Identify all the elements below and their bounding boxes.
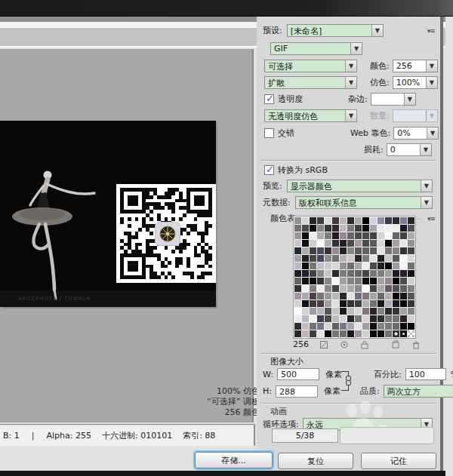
- color-swatch[interactable]: [362, 247, 369, 254]
- color-swatch[interactable]: [332, 263, 339, 269]
- color-swatch[interactable]: [317, 263, 324, 269]
- color-swatch[interactable]: [393, 293, 399, 299]
- color-swatch[interactable]: [340, 232, 347, 239]
- preview-mode-select[interactable]: 显示器颜色 ▼: [287, 180, 433, 192]
- color-swatch[interactable]: [302, 300, 309, 307]
- color-swatch[interactable]: [302, 240, 309, 247]
- color-swatch[interactable]: [325, 217, 331, 224]
- add-color-icon[interactable]: [359, 339, 370, 349]
- color-swatch[interactable]: [408, 263, 414, 269]
- color-swatch[interactable]: [317, 240, 324, 247]
- color-swatch[interactable]: [340, 278, 347, 284]
- save-button[interactable]: 存储...: [195, 452, 273, 468]
- color-swatch[interactable]: [340, 323, 347, 330]
- color-swatch[interactable]: [362, 255, 369, 262]
- color-swatch[interactable]: [347, 217, 354, 224]
- matte-select[interactable]: ▼: [371, 93, 416, 106]
- color-swatch[interactable]: [408, 293, 414, 299]
- color-swatch[interactable]: [340, 240, 347, 247]
- color-swatch[interactable]: [347, 255, 354, 262]
- color-swatch[interactable]: [310, 247, 316, 254]
- color-swatch[interactable]: [378, 285, 384, 292]
- color-swatch[interactable]: [400, 293, 407, 299]
- color-swatch[interactable]: [310, 225, 316, 232]
- color-swatch[interactable]: [355, 255, 362, 262]
- color-swatch[interactable]: [310, 270, 316, 277]
- color-swatch[interactable]: [400, 232, 407, 239]
- color-swatch[interactable]: [332, 330, 339, 337]
- color-swatch[interactable]: [393, 323, 399, 330]
- color-swatch[interactable]: [294, 308, 301, 315]
- color-swatch[interactable]: [347, 300, 354, 307]
- color-swatch[interactable]: [340, 225, 347, 232]
- color-swatch[interactable]: [393, 240, 399, 247]
- color-swatch[interactable]: [393, 330, 399, 337]
- color-swatch[interactable]: [302, 225, 309, 232]
- color-swatch[interactable]: [355, 300, 362, 307]
- color-swatch[interactable]: [310, 240, 316, 247]
- color-swatch[interactable]: [340, 308, 347, 315]
- chevron-down-icon[interactable]: ▼: [426, 60, 437, 72]
- color-swatch[interactable]: [378, 255, 384, 262]
- color-swatch[interactable]: [325, 293, 331, 299]
- color-swatch[interactable]: [332, 293, 339, 299]
- color-swatch[interactable]: [340, 263, 347, 269]
- chevron-down-icon[interactable]: ▼: [345, 60, 356, 72]
- color-swatch[interactable]: [408, 315, 414, 322]
- color-swatch[interactable]: [408, 330, 414, 337]
- color-swatch[interactable]: [325, 278, 331, 284]
- color-swatch[interactable]: [385, 323, 392, 330]
- color-swatch[interactable]: [378, 278, 384, 284]
- color-swatch[interactable]: [355, 263, 362, 269]
- color-swatch[interactable]: [400, 308, 407, 315]
- color-swatch[interactable]: [408, 225, 414, 232]
- color-swatch[interactable]: [332, 240, 339, 247]
- color-swatch[interactable]: [317, 232, 324, 239]
- color-swatch[interactable]: [302, 247, 309, 254]
- color-swatch[interactable]: [332, 315, 339, 322]
- color-reduction-select[interactable]: 可选择 ▼: [264, 60, 357, 72]
- color-swatch[interactable]: [408, 300, 414, 307]
- transparency-dither-select[interactable]: 无透明度仿色 ▼: [264, 109, 357, 122]
- chevron-down-icon[interactable]: ▼: [371, 25, 383, 36]
- color-swatch[interactable]: [370, 278, 377, 284]
- web-snap-select[interactable]: 0% ▼: [393, 127, 439, 140]
- color-swatch[interactable]: [355, 232, 362, 239]
- color-swatch[interactable]: [332, 217, 339, 224]
- color-swatch[interactable]: [317, 300, 324, 307]
- transparency-checkbox[interactable]: [264, 94, 274, 104]
- color-swatch[interactable]: [362, 225, 369, 232]
- color-swatch[interactable]: [362, 300, 369, 307]
- color-swatch[interactable]: [355, 247, 362, 254]
- color-swatch[interactable]: [317, 293, 324, 299]
- color-swatch[interactable]: [310, 308, 316, 315]
- color-swatch[interactable]: [362, 285, 369, 292]
- snap-to-web-palette-icon[interactable]: [319, 339, 329, 349]
- color-swatch[interactable]: [378, 270, 384, 277]
- color-table-menu-icon[interactable]: ▾≡: [427, 215, 435, 223]
- color-swatch[interactable]: [385, 330, 392, 337]
- color-swatch[interactable]: [317, 247, 324, 254]
- color-swatch[interactable]: [362, 330, 369, 337]
- color-swatch[interactable]: [408, 270, 414, 277]
- color-swatch[interactable]: [385, 263, 392, 269]
- color-swatch[interactable]: [355, 293, 362, 299]
- color-swatch[interactable]: [355, 330, 362, 337]
- color-swatch[interactable]: [340, 217, 347, 224]
- new-color-icon[interactable]: [390, 339, 401, 349]
- color-swatch[interactable]: [347, 225, 354, 232]
- color-swatch[interactable]: [378, 240, 384, 247]
- color-swatch[interactable]: [347, 263, 354, 269]
- chevron-down-icon[interactable]: ▼: [345, 77, 356, 88]
- color-swatch[interactable]: [385, 300, 392, 307]
- color-swatch[interactable]: [310, 330, 316, 337]
- color-swatch[interactable]: [355, 315, 362, 322]
- color-swatch[interactable]: [400, 255, 407, 262]
- color-swatch[interactable]: [325, 315, 331, 322]
- color-swatch[interactable]: [400, 240, 407, 247]
- color-swatch[interactable]: [325, 247, 331, 254]
- color-swatch[interactable]: [355, 278, 362, 284]
- color-swatch[interactable]: [317, 278, 324, 284]
- color-swatch[interactable]: [325, 300, 331, 307]
- color-swatch[interactable]: [294, 285, 301, 292]
